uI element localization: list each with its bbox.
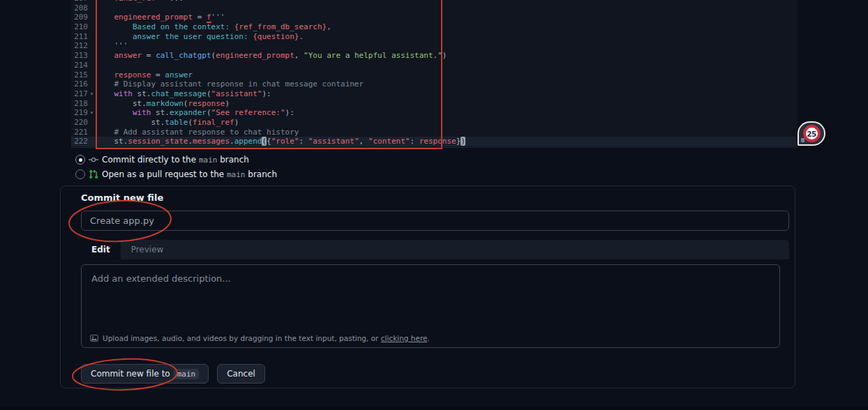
code-line[interactable]: 221 # Add assistant response to chat his… [71,128,798,137]
radio-unselected-icon[interactable] [75,169,85,179]
code-line[interactable]: 214 [71,61,798,70]
image-icon [90,334,98,342]
code-line[interactable]: 215 response = answer [71,70,798,80]
commit-new-file-button[interactable]: Commit new file to main [81,364,209,384]
code-line[interactable]: 208 [71,3,798,13]
extended-description-box: Upload images, audio, and videos by drag… [81,264,780,348]
pin-notch [801,138,805,142]
upload-hint: Upload images, audio, and videos by drag… [90,334,430,342]
tab-edit[interactable]: Edit [81,240,121,259]
cancel-button[interactable]: Cancel [217,364,265,384]
commit-button-label: Commit new file to [91,369,170,379]
git-commit-icon [89,155,98,165]
commit-message-input[interactable] [81,211,789,231]
code-line[interactable]: 219▾ with st.expander("See reference:"): [71,108,798,118]
radio-commit-direct[interactable]: Commit directly to the main branch [75,153,249,166]
upload-hint-text: Upload images, audio, and videos by drag… [103,334,430,342]
commit-form-title: Commit new file [81,192,163,203]
radio-direct-label: Commit directly to the main branch [102,155,249,165]
code-line[interactable]: 216 # Display assistant response in chat… [71,79,798,89]
branch-name: main [199,155,218,165]
branch-chip: main [174,369,200,379]
tab-preview[interactable]: Preview [121,240,174,259]
extended-description-input[interactable] [82,265,779,329]
code-editor[interactable]: 207 final_ref = ...208209 engineered_pro… [71,0,798,148]
radio-selected-icon[interactable] [75,155,85,165]
radio-pr-label: Open as a pull request to the main branc… [102,169,277,179]
code-line[interactable]: 220 st.table(final_ref) [71,118,798,128]
branch-name: main [227,170,246,179]
code-line[interactable]: 211 answer the user question: {question}… [71,32,798,42]
code-line[interactable]: 218 st.markdown(response) [71,99,798,109]
window-edge [0,407,868,410]
upload-click-here-link[interactable]: clicking here [381,334,428,342]
annotation-step-marker-pin: 25 [798,121,825,146]
code-line[interactable]: 212 ''' [71,41,798,51]
button-row: Commit new file to main Cancel [81,364,265,384]
commit-form: Commit new file Edit Preview Upload imag… [60,185,795,388]
code-line[interactable]: 217▾ with st.chat_message("assistant"): [71,89,798,99]
step-marker-value: 25 [803,125,821,142]
code-lines: 207 final_ref = ...208209 engineered_pro… [71,0,798,146]
page: 207 final_ref = ...208209 engineered_pro… [0,0,868,410]
radio-open-pull-request[interactable]: Open as a pull request to the main branc… [75,168,277,181]
git-pull-request-icon [89,169,98,179]
code-line[interactable]: 222 st.session_state.messages.append({"r… [71,137,798,146]
code-line[interactable]: 213 answer = call_chatgpt(engineered_pro… [71,51,798,61]
code-line[interactable]: 210 Based on the context: {ref_from_db_s… [71,22,798,32]
code-line[interactable]: 209 engineered_prompt = f''' [71,13,798,22]
description-tabs: Edit Preview [81,240,789,259]
